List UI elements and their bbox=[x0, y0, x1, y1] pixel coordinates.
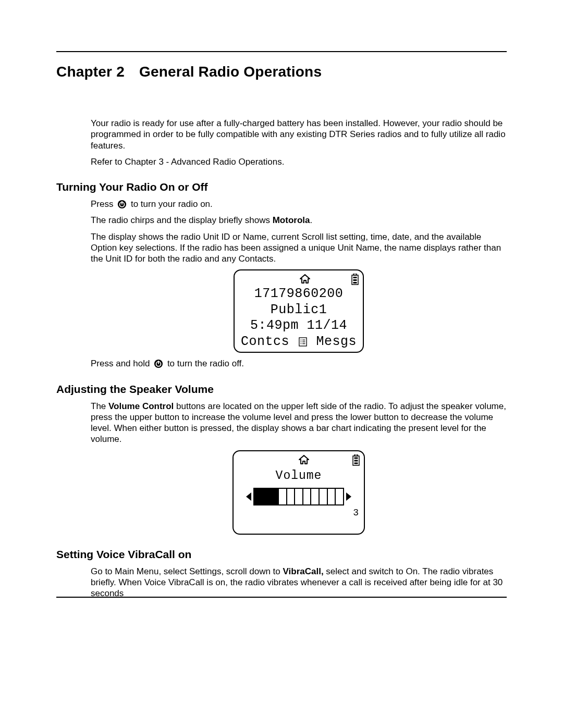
volume-segment bbox=[295, 489, 303, 504]
svg-rect-24 bbox=[354, 462, 358, 464]
screen-unit-id: 17179860200 bbox=[239, 286, 359, 302]
volume-level-number: 3 bbox=[353, 508, 359, 518]
section-heading-volume: Adjusting the Speaker Volume bbox=[56, 383, 507, 396]
press-off-suffix: to turn the radio off. bbox=[167, 359, 244, 368]
svg-marker-25 bbox=[246, 492, 251, 501]
display-para: The display shows the radio Unit ID or N… bbox=[91, 231, 507, 265]
svg-rect-18 bbox=[158, 361, 159, 364]
vibracall-para-prefix: Go to Main Menu, select Settings, scroll… bbox=[91, 566, 283, 576]
screen-right-softkey: Mesgs bbox=[316, 334, 357, 350]
volume-segment bbox=[287, 489, 296, 504]
battery-icon bbox=[351, 274, 359, 285]
volume-para: The Volume Control buttons are located o… bbox=[91, 401, 507, 445]
power-icon bbox=[154, 359, 163, 368]
svg-marker-19 bbox=[299, 455, 309, 464]
volume-para-bold: Volume Control bbox=[108, 401, 174, 411]
chapter-heading: Chapter 2General Radio Operations bbox=[56, 64, 507, 80]
volume-segment bbox=[320, 489, 328, 504]
triangle-right-icon bbox=[345, 491, 352, 502]
radio-screen-home: 17179860200 Public1 5:49pm 11/14 Contcs bbox=[234, 269, 364, 353]
home-icon bbox=[298, 454, 310, 465]
intro-para-2: Refer to Chapter 3 - Advanced Radio Oper… bbox=[91, 156, 507, 167]
home-icon bbox=[299, 274, 311, 284]
volume-segment bbox=[263, 489, 271, 504]
svg-rect-6 bbox=[353, 277, 357, 278]
volume-segment bbox=[311, 489, 320, 504]
svg-rect-2 bbox=[121, 201, 123, 204]
power-icon bbox=[117, 200, 127, 209]
vibracall-para-bold: VibraCall, bbox=[283, 566, 324, 576]
radio-screen-volume: Volume 3 bbox=[232, 450, 365, 535]
chirps-bold: Motorola bbox=[273, 215, 310, 225]
chirps-line: The radio chirps and the display briefly… bbox=[91, 215, 507, 226]
svg-rect-7 bbox=[353, 279, 357, 281]
svg-rect-23 bbox=[354, 460, 358, 461]
volume-segment bbox=[254, 489, 263, 504]
volume-segment bbox=[336, 489, 343, 504]
bottom-rule bbox=[56, 597, 507, 598]
volume-segment bbox=[271, 489, 279, 504]
screen-datetime: 5:49pm 11/14 bbox=[239, 318, 359, 334]
screen-left-softkey: Contcs bbox=[241, 334, 289, 350]
press-on-suffix: to turn your radio on. bbox=[131, 199, 213, 209]
volume-segment bbox=[328, 489, 336, 504]
vibracall-para: Go to Main Menu, select Settings, scroll… bbox=[91, 566, 507, 599]
press-on-line: Press to turn your radio on. bbox=[91, 199, 507, 209]
volume-title: Volume bbox=[238, 469, 360, 483]
volume-segment bbox=[279, 489, 287, 504]
chirps-prefix: The radio chirps and the display briefly… bbox=[91, 215, 273, 225]
press-on-prefix: Press bbox=[91, 199, 116, 209]
svg-rect-22 bbox=[354, 457, 358, 459]
svg-rect-8 bbox=[353, 282, 357, 283]
intro-para-1: Your radio is ready for use after a full… bbox=[91, 118, 507, 151]
volume-bar bbox=[253, 488, 344, 505]
chirps-suffix: . bbox=[310, 215, 312, 225]
svg-marker-26 bbox=[346, 492, 351, 501]
battery-icon bbox=[352, 454, 360, 466]
section-heading-onoff: Turning Your Radio On or Off bbox=[56, 181, 507, 193]
section-heading-vibracall: Setting Voice VibraCall on bbox=[56, 548, 507, 561]
press-off-prefix: Press and hold bbox=[91, 359, 152, 368]
triangle-left-icon bbox=[245, 491, 252, 502]
svg-marker-3 bbox=[300, 275, 310, 283]
press-off-line: Press and hold to turn the radio off. bbox=[91, 358, 507, 369]
chapter-number: Chapter 2 bbox=[56, 64, 125, 80]
top-rule bbox=[56, 51, 507, 52]
volume-segment bbox=[303, 489, 312, 504]
list-icon bbox=[299, 337, 307, 347]
chapter-title: General Radio Operations bbox=[139, 64, 322, 80]
volume-para-prefix: The bbox=[91, 401, 108, 411]
screen-scroll-list: Public1 bbox=[239, 302, 359, 318]
